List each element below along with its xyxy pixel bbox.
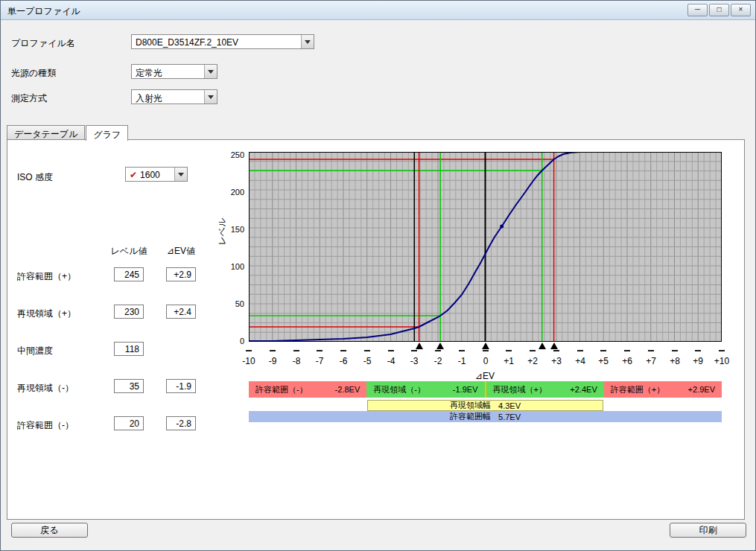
- print-button[interactable]: 印刷: [670, 523, 746, 538]
- close-icon: ×: [739, 5, 743, 13]
- measurement-method-value: 入射光: [132, 90, 204, 103]
- profile-curve-plot: [249, 152, 722, 342]
- profile-name-dropdown-button[interactable]: [301, 35, 314, 48]
- band-label: 許容範囲（+）: [611, 384, 664, 395]
- repro-plus-ev-field[interactable]: +2.4: [166, 305, 196, 319]
- light-source-dropdown-button[interactable]: [204, 65, 217, 78]
- tolerance-plus-level-field[interactable]: 245: [114, 267, 144, 281]
- band-label: 再現領域（+）: [493, 384, 547, 395]
- back-button[interactable]: 戻る: [11, 523, 88, 538]
- repro-minus-label: 再現領域（-）: [17, 382, 74, 395]
- profile-name-select[interactable]: D800E_D3514ZF.2_10EV: [131, 34, 314, 49]
- chevron-down-icon: [208, 95, 214, 99]
- tolerance-width-label: 許容範囲幅: [450, 411, 491, 422]
- profile-name-label: プロファイル名: [11, 37, 75, 50]
- band-value: -1.9EV: [453, 385, 478, 394]
- band-label: 許容範囲（-）: [255, 384, 308, 395]
- level-column-header: レベル値: [108, 245, 150, 258]
- window-controls: ─ □ ×: [687, 4, 751, 16]
- chevron-down-icon: [208, 70, 214, 74]
- band-repro-minus: 再現領域（-） -1.9EV: [366, 381, 486, 398]
- repro-plus-level-field[interactable]: 230: [114, 305, 144, 319]
- maximize-icon: □: [717, 5, 721, 13]
- light-source-select[interactable]: 定常光: [131, 64, 217, 79]
- iso-value: ✔1600: [126, 168, 174, 181]
- tolerance-minus-label: 許容範囲（-）: [17, 419, 74, 432]
- midtone-level-field[interactable]: 118: [114, 342, 144, 356]
- band-tolerance-plus: 許容範囲（+） +2.9EV: [604, 381, 722, 398]
- repro-width-value: 4.3EV: [498, 401, 521, 410]
- check-icon: ✔: [130, 170, 137, 180]
- iso-dropdown-button[interactable]: [174, 168, 187, 181]
- tolerance-plus-ev-field[interactable]: +2.9: [166, 267, 196, 281]
- x-axis-title: ⊿EV: [459, 371, 511, 381]
- tolerance-plus-label: 許容範囲（+）: [17, 270, 76, 283]
- window-title: 単一プロファイル: [7, 5, 80, 18]
- ev-range-band: 許容範囲（-） -2.8EV 再現領域（-） -1.9EV 再現領域（+） +2…: [249, 381, 722, 398]
- iso-select[interactable]: ✔1600: [125, 167, 188, 182]
- measurement-method-dropdown-button[interactable]: [204, 90, 217, 103]
- tab-data-table[interactable]: データテーブル: [7, 125, 85, 139]
- maximize-button[interactable]: □: [709, 4, 729, 16]
- tab-graph[interactable]: グラフ: [86, 125, 128, 141]
- iso-label: ISO 感度: [17, 171, 53, 184]
- measurement-method-label: 測定方式: [11, 92, 47, 105]
- band-repro-plus: 再現領域（+） +2.4EV: [486, 381, 604, 398]
- minimize-button[interactable]: ─: [687, 4, 708, 16]
- band-tolerance-minus: 許容範囲（-） -2.8EV: [249, 381, 366, 398]
- tolerance-minus-ev-field[interactable]: -2.8: [166, 416, 196, 430]
- tolerance-width-value: 5.7EV: [498, 413, 521, 421]
- y-axis-title: レベル: [216, 205, 226, 258]
- band-value: +2.9EV: [688, 385, 715, 394]
- repro-width-band: 再現領域幅 4.3EV: [367, 400, 603, 411]
- chevron-down-icon: [178, 173, 184, 176]
- chevron-down-icon: [305, 40, 311, 44]
- close-button[interactable]: ×: [731, 4, 751, 16]
- band-value: +2.4EV: [570, 385, 597, 394]
- ev-column-header: ⊿EV値: [160, 245, 202, 258]
- repro-minus-level-field[interactable]: 35: [114, 379, 144, 393]
- repro-plus-label: 再現領域（+）: [17, 308, 76, 320]
- profile-name-value: D800E_D3514ZF.2_10EV: [132, 35, 301, 48]
- tolerance-width-band: 許容範囲幅 5.7EV: [249, 411, 722, 422]
- titlebar: 単一プロファイル ─ □ ×: [1, 1, 755, 20]
- repro-width-label: 再現領域幅: [450, 400, 491, 411]
- band-label: 再現領域（-）: [373, 384, 425, 395]
- minimize-icon: ─: [695, 5, 700, 13]
- tab-bar: データテーブル グラフ: [7, 125, 129, 141]
- repro-minus-ev-field[interactable]: -1.9: [166, 379, 196, 393]
- iso-value-text: 1600: [140, 170, 160, 180]
- measurement-method-select[interactable]: 入射光: [131, 89, 217, 104]
- light-source-value: 定常光: [132, 65, 204, 78]
- midtone-label: 中間濃度: [17, 345, 53, 357]
- light-source-label: 光源の種類: [11, 67, 56, 80]
- single-profile-window: 単一プロファイル ─ □ × プロファイル名 D800E_D3514ZF.2_1…: [0, 0, 756, 551]
- band-value: -2.8EV: [335, 385, 360, 394]
- tolerance-minus-level-field[interactable]: 20: [114, 416, 144, 430]
